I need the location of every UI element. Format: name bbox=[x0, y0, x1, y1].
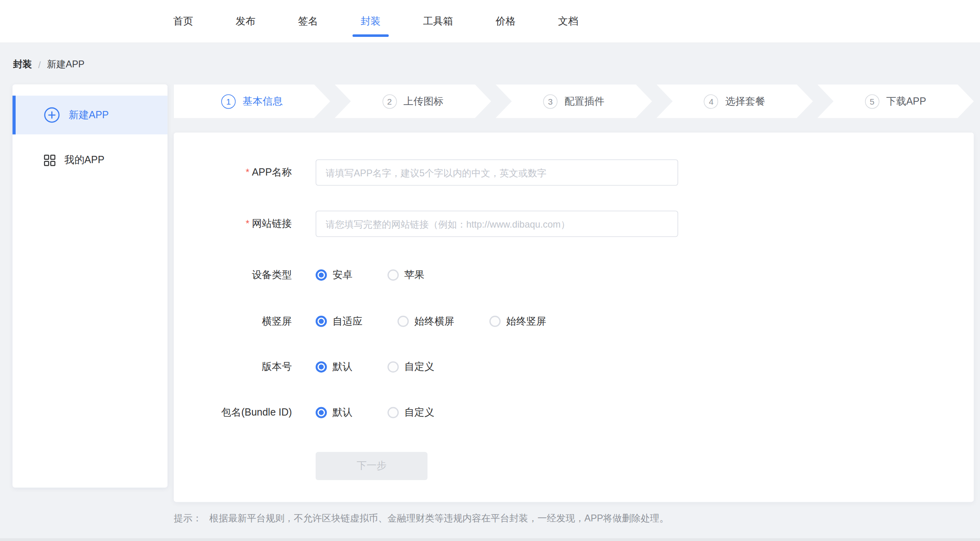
required-mark: * bbox=[246, 218, 249, 229]
step-label: 选择套餐 bbox=[725, 95, 765, 108]
radio-bundle-custom[interactable]: 自定义 bbox=[387, 406, 434, 419]
radio-dot bbox=[397, 316, 409, 327]
nav-item-home[interactable]: 首页 bbox=[173, 15, 193, 28]
breadcrumb-root[interactable]: 封装 bbox=[13, 59, 32, 71]
nav-item-publish[interactable]: 发布 bbox=[236, 15, 256, 28]
step-number: 3 bbox=[543, 94, 558, 109]
step-label: 基本信息 bbox=[243, 95, 283, 108]
device-type-label: 设备类型 bbox=[198, 268, 292, 282]
orientation-label: 横竖屏 bbox=[198, 315, 292, 328]
step-label: 配置插件 bbox=[565, 95, 605, 108]
tip-label: 提示： bbox=[174, 513, 202, 525]
form-row-orientation: 横竖屏 自适应 始终横屏 始终竖屏 bbox=[198, 308, 950, 335]
breadcrumb-separator: / bbox=[38, 59, 41, 70]
step-select-plan: 4 选择套餐 bbox=[656, 85, 813, 118]
radio-dot bbox=[387, 407, 399, 418]
radio-version-default[interactable]: 默认 bbox=[316, 360, 353, 373]
sidebar-item-label: 新建APP bbox=[69, 109, 109, 122]
bottom-footer-strip bbox=[0, 538, 980, 541]
breadcrumb: 封装 / 新建APP bbox=[13, 59, 85, 71]
step-number: 5 bbox=[865, 94, 879, 109]
sidebar-item-my-app[interactable]: 我的APP bbox=[12, 141, 167, 180]
footer-tip: 提示： 根据最新平台规则，不允许区块链虚拟币、金融理财类等违规内容在平台封装，一… bbox=[174, 513, 669, 525]
breadcrumb-current: 新建APP bbox=[47, 59, 85, 71]
plus-circle-icon bbox=[44, 107, 60, 123]
radio-bundle-default[interactable]: 默认 bbox=[316, 406, 353, 419]
radio-dot bbox=[316, 269, 327, 281]
page: 首页 发布 签名 封装 工具箱 价格 文档 封装 / 新建APP 新建APP bbox=[0, 0, 980, 541]
radio-dot bbox=[387, 361, 399, 373]
step-number: 4 bbox=[704, 94, 718, 109]
radio-version-custom[interactable]: 自定义 bbox=[387, 360, 434, 373]
version-label: 版本号 bbox=[198, 360, 292, 373]
step-label: 下载APP bbox=[886, 95, 926, 108]
step-download-app: 5 下载APP bbox=[817, 85, 974, 118]
step-label: 上传图标 bbox=[403, 95, 444, 108]
top-navigation-bar: 首页 发布 签名 封装 工具箱 价格 文档 bbox=[0, 0, 980, 43]
radio-apple[interactable]: 苹果 bbox=[387, 268, 424, 282]
radio-dot bbox=[316, 361, 327, 373]
step-basic-info: 1 基本信息 bbox=[174, 85, 331, 118]
app-name-label: *APP名称 bbox=[198, 166, 292, 179]
radio-always-landscape[interactable]: 始终横屏 bbox=[397, 315, 454, 328]
step-wizard: 1 基本信息 2 上传图标 3 配置插件 4 选择套餐 5 下载APP bbox=[174, 85, 974, 118]
radio-dot bbox=[489, 316, 500, 327]
form-row-site-url: *网站链接 bbox=[198, 211, 950, 237]
radio-adaptive[interactable]: 自适应 bbox=[316, 315, 363, 328]
form-row-device-type: 设备类型 安卓 苹果 bbox=[198, 262, 950, 289]
nav-items: 首页 发布 签名 封装 工具箱 价格 文档 bbox=[0, 0, 980, 42]
radio-android[interactable]: 安卓 bbox=[316, 268, 353, 282]
grid-icon bbox=[44, 154, 56, 166]
radio-always-portrait[interactable]: 始终竖屏 bbox=[489, 315, 546, 328]
form-row-version: 版本号 默认 自定义 bbox=[198, 354, 950, 380]
next-step-button[interactable]: 下一步 bbox=[316, 452, 427, 480]
form-card: *APP名称 *网站链接 设备类型 安卓 苹果 横竖屏 bbox=[174, 133, 974, 502]
sidebar: 新建APP 我的APP bbox=[12, 85, 167, 488]
site-url-label: *网站链接 bbox=[198, 217, 292, 230]
required-mark: * bbox=[246, 167, 249, 178]
form-row-app-name: *APP名称 bbox=[198, 159, 950, 186]
radio-dot bbox=[316, 316, 327, 327]
nav-item-price[interactable]: 价格 bbox=[496, 15, 516, 28]
step-upload-icon: 2 上传图标 bbox=[335, 85, 491, 118]
form-row-bundle-id: 包名(Bundle ID) 默认 自定义 bbox=[198, 400, 950, 426]
bundle-id-label: 包名(Bundle ID) bbox=[198, 406, 292, 419]
tip-text: 根据最新平台规则，不允许区块链虚拟币、金融理财类等违规内容在平台封装，一经发现，… bbox=[210, 513, 669, 525]
radio-dot bbox=[316, 407, 327, 418]
nav-item-toolbox[interactable]: 工具箱 bbox=[423, 15, 453, 28]
nav-item-signature[interactable]: 签名 bbox=[298, 15, 318, 28]
step-number: 2 bbox=[382, 94, 397, 109]
nav-item-docs[interactable]: 文档 bbox=[558, 15, 578, 28]
step-configure-plugin: 3 配置插件 bbox=[496, 85, 652, 118]
sidebar-item-new-app[interactable]: 新建APP bbox=[12, 96, 167, 135]
nav-item-package[interactable]: 封装 bbox=[361, 15, 381, 28]
step-number: 1 bbox=[222, 94, 236, 109]
site-url-input[interactable] bbox=[316, 211, 678, 237]
app-name-input[interactable] bbox=[316, 159, 678, 186]
sidebar-item-label: 我的APP bbox=[65, 153, 105, 167]
radio-dot bbox=[387, 269, 399, 281]
